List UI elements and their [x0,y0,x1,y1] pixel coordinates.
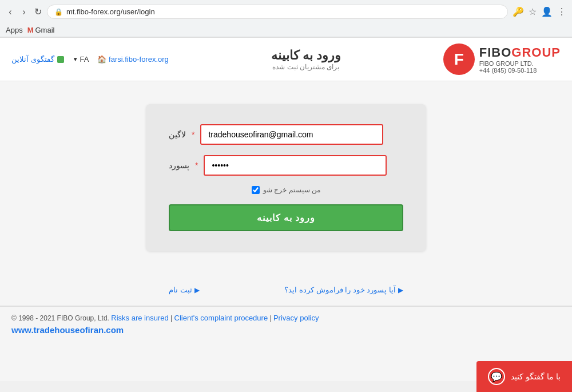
privacy-link[interactable]: Privacy policy [273,314,319,322]
login-label: لاگین [169,130,186,139]
apps-bookmark[interactable]: Apps [6,26,23,34]
gmail-icon: M [27,26,34,34]
complaint-link[interactable]: Client's complaint procedure [174,314,268,322]
reload-button[interactable]: ↻ [33,7,42,17]
remember-checkbox[interactable] [252,186,260,194]
logo-text: FIBOGROUP FIBO GROUP LTD. +44 (845) 09-5… [479,45,561,74]
remember-row: من سیستم خرج شو [169,186,403,194]
forward-button[interactable]: › [19,7,29,17]
chat-nav-label: گفتگوی آنلاین [11,55,54,64]
logo-phone: +44 (845) 09-50-118 [479,67,561,74]
register-link[interactable]: ▶ ثبت نام [169,286,200,294]
online-chat-link[interactable]: گفتگوی آنلاین [11,55,64,64]
login-box: * لاگین * پسورد من سیستم خرج شو ورود به … [146,104,426,251]
account-icon[interactable]: 👤 [541,6,553,17]
chat-widget[interactable]: 💬 با ما گفتگو کنید [476,361,572,392]
lock-icon: 🔒 [54,8,63,16]
page-title: ورود به کابینه [271,48,341,63]
header-left: گفتگوی آنلاین ▼ FA 🏠 farsi.fibo-forex.or… [11,55,169,64]
browser-icons: 🔑 ☆ 👤 ⋮ [513,6,566,17]
logo-name-red: GROUP [511,45,561,60]
browser-toolbar: ‹ › ↻ 🔒 mt.fibo-forex.org/user/login 🔑 ☆… [0,0,572,23]
forgot-password-link[interactable]: ▶ آیا پسورد خود را فراموش کرده اید؟ [284,286,403,294]
menu-icon[interactable]: ⋮ [557,6,566,17]
login-field-group: * لاگین [169,124,403,145]
key-icon: 🔑 [513,6,524,17]
gmail-label: Gmail [35,26,54,34]
logo-letter: F [454,50,464,69]
below-form-links: ▶ ثبت نام ▶ آیا پسورد خود را فراموش کرده… [146,274,426,306]
bookmarks-bar: Apps M Gmail [0,23,572,37]
register-label: ثبت نام [169,286,192,294]
fibo-logo: F FIBOGROUP FIBO GROUP LTD. +44 (845) 09… [443,43,561,75]
login-button[interactable]: ورود به کابینه [169,204,403,231]
register-arrow-icon: ▶ [194,286,200,294]
gmail-bookmark[interactable]: M Gmail [27,26,55,34]
password-field-group: * پسورد [169,155,403,176]
address-bar[interactable]: 🔒 mt.fibo-forex.org/user/login [47,5,508,19]
chat-widget-label: با ما گفتگو کنید [511,372,561,381]
site-footer: © 1998 - 2021 FIBO Group, Ltd. Risks are… [0,306,572,342]
home-link[interactable]: 🏠 farsi.fibo-forex.org [97,55,168,64]
star-icon[interactable]: ☆ [529,6,537,17]
footer-brand[interactable]: www.tradehouseofiran.com [11,325,561,335]
chat-bubble-icon: 💬 [488,368,505,385]
home-icon: 🏠 [97,55,106,64]
online-dot [57,56,64,63]
url-text: mt.fibo-forex.org/user/login [66,7,500,16]
site-header: گفتگوی آنلاین ▼ FA 🏠 farsi.fibo-forex.or… [0,38,572,81]
password-label: پسورد [169,161,189,170]
logo-sub: FIBO GROUP LTD. [479,60,561,67]
login-input[interactable] [200,124,383,145]
risks-link[interactable]: Risks are insured [111,314,168,322]
remember-label: من سیستم خرج شو [263,186,320,194]
password-input[interactable] [204,155,387,176]
home-link-text: farsi.fibo-forex.org [109,55,169,64]
logo-name: FIBOGROUP [479,45,561,60]
lang-label: FA [80,55,89,64]
password-required-star: * [195,161,198,170]
page: گفتگوی آنلاین ▼ FA 🏠 farsi.fibo-forex.or… [0,38,572,381]
language-selector[interactable]: ▼ FA [73,55,89,64]
logo-circle: F [443,43,475,75]
logo-name-black: FIBO [479,45,512,60]
forgot-label: آیا پسورد خود را فراموش کرده اید؟ [284,286,396,294]
main-content: * لاگین * پسورد من سیستم خرج شو ورود به … [0,81,572,274]
page-subtitle: برای مشتریان ثبت شده [271,63,341,71]
forgot-arrow-icon: ▶ [398,286,403,294]
footer-links: © 1998 - 2021 FIBO Group, Ltd. Risks are… [11,314,561,322]
chevron-down-icon: ▼ [73,56,78,62]
header-middle: ورود به کابینه برای مشتریان ثبت شده [271,48,341,71]
login-required-star: * [192,130,194,139]
browser-chrome: ‹ › ↻ 🔒 mt.fibo-forex.org/user/login 🔑 ☆… [0,0,572,38]
back-button[interactable]: ‹ [6,7,15,17]
footer-copyright: © 1998 - 2021 FIBO Group, Ltd. [11,314,109,322]
